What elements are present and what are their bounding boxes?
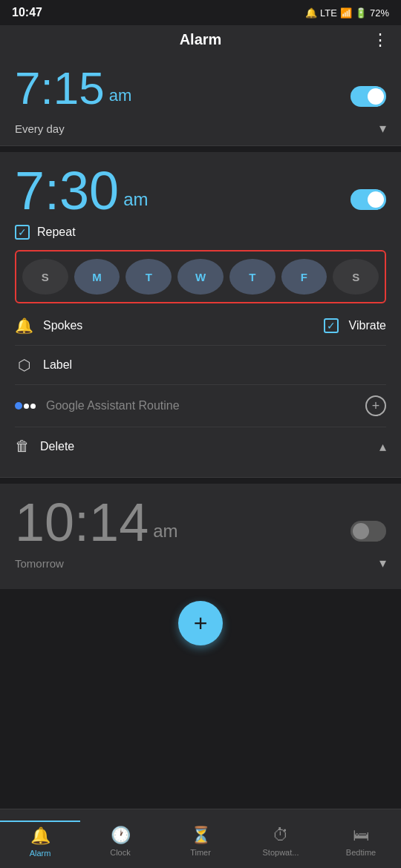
- nav-bedtime[interactable]: 🛏 Bedtime: [321, 821, 401, 857]
- label-row[interactable]: ⬡ Label: [15, 346, 386, 385]
- alarm-1-chevron[interactable]: ▾: [379, 120, 386, 137]
- alarm-1-time[interactable]: 7:15 am: [15, 62, 131, 114]
- alarm-card-3: 10:14 am Tomorrow ▾: [0, 484, 401, 589]
- alarm-2-time-value: 7:30: [15, 164, 119, 217]
- stopwatch-nav-icon: ⏱: [273, 826, 289, 845]
- alarm-1-repeat-label: Every day: [15, 122, 65, 135]
- day-tuesday[interactable]: T: [125, 259, 172, 295]
- sound-label[interactable]: Spokes: [43, 319, 82, 332]
- add-assistant-button[interactable]: +: [365, 395, 386, 416]
- day-thursday[interactable]: T: [229, 259, 276, 295]
- bedtime-nav-icon: 🛏: [353, 826, 369, 845]
- overflow-menu-button[interactable]: ⋮: [372, 30, 389, 50]
- sound-vibrate-row: 🔔 Spokes ✓ Vibrate: [15, 306, 386, 346]
- fab-container: +: [0, 589, 401, 657]
- alarm-3-chevron[interactable]: ▾: [379, 555, 386, 571]
- vibrate-section: ✓ Vibrate: [324, 318, 386, 333]
- delete-label: Delete: [40, 440, 74, 453]
- alarm-2-toggle[interactable]: [351, 189, 386, 210]
- lte-icon: LTE: [320, 7, 337, 19]
- battery-icon: 🔋: [355, 7, 367, 19]
- top-bar: Alarm ⋮: [0, 25, 401, 54]
- battery-percent: 72%: [370, 7, 389, 19]
- alarm-1-time-value: 7:15: [15, 62, 105, 114]
- signal-icon: 📶: [340, 7, 352, 19]
- alarm-3-toggle[interactable]: [351, 521, 386, 542]
- alarm-card-1: 7:15 am Every day ▾: [0, 54, 401, 145]
- alarm-1-header: 7:15 am: [15, 62, 386, 114]
- stopwatch-nav-label: Stopwat...: [263, 848, 299, 857]
- bedtime-nav-label: Bedtime: [346, 848, 376, 857]
- timer-nav-label: Timer: [190, 848, 211, 857]
- page-title: Alarm: [180, 31, 222, 48]
- bell-icon: 🔔: [15, 317, 33, 335]
- alarm-nav-icon: 🔔: [30, 826, 50, 846]
- days-selector: S M T W T F S: [15, 250, 386, 303]
- google-assistant-icon: [15, 402, 36, 410]
- assistant-row[interactable]: Google Assistant Routine +: [15, 385, 386, 427]
- day-friday[interactable]: F: [281, 259, 327, 295]
- bottom-nav: 🔔 Alarm 🕐 Clock ⏳ Timer ⏱ Stopwat... 🛏 B…: [0, 809, 401, 868]
- status-time: 10:47: [12, 6, 42, 19]
- alarm-2-repeat-row[interactable]: ✓ Repeat: [15, 217, 386, 247]
- repeat-checkbox[interactable]: ✓: [15, 225, 30, 240]
- divider-1: [0, 145, 401, 146]
- alarm-3-time-value: 10:14: [15, 496, 149, 549]
- collapse-chevron[interactable]: ▴: [379, 438, 386, 455]
- status-icons: 🔔 LTE 📶 🔋 72%: [305, 7, 389, 19]
- alarm-2-time[interactable]: 7:30 am: [15, 164, 148, 217]
- alarm-card-2: 7:30 am ✓ Repeat S M T W T F S 🔔 Spokes …: [0, 152, 401, 477]
- nav-timer[interactable]: ⏳ Timer: [160, 821, 241, 857]
- day-monday[interactable]: M: [74, 259, 120, 295]
- repeat-label: Repeat: [37, 226, 76, 239]
- label-icon: ⬡: [15, 356, 33, 374]
- alarm-3-sublabel: Tomorrow: [15, 557, 64, 570]
- alarm-2-ampm: am: [123, 191, 148, 208]
- day-wednesday[interactable]: W: [177, 259, 224, 295]
- day-sunday[interactable]: S: [22, 259, 68, 295]
- clock-nav-label: Clock: [110, 848, 131, 857]
- alarm-3-ampm: am: [153, 522, 177, 540]
- nav-clock[interactable]: 🕐 Clock: [80, 821, 160, 857]
- alarm-3-header: 10:14 am: [15, 496, 386, 549]
- alarm-3-time[interactable]: 10:14 am: [15, 496, 178, 549]
- alarm-2-header: 7:30 am: [15, 164, 386, 217]
- vibrate-checkbox[interactable]: ✓: [324, 318, 339, 333]
- label-text: Label: [43, 358, 72, 372]
- timer-nav-icon: ⏳: [191, 826, 211, 845]
- status-bar: 10:47 🔔 LTE 📶 🔋 72%: [0, 0, 401, 25]
- day-saturday[interactable]: S: [333, 259, 379, 295]
- nav-alarm[interactable]: 🔔 Alarm: [0, 821, 80, 858]
- alarm-1-toggle[interactable]: [351, 86, 386, 107]
- main-content: 7:15 am Every day ▾ 7:30 am ✓ Repeat S M: [0, 54, 401, 833]
- alarm-1-repeat-row[interactable]: Every day ▾: [15, 114, 386, 142]
- divider-2: [0, 477, 401, 478]
- add-alarm-button[interactable]: +: [178, 601, 223, 645]
- vibrate-label: Vibrate: [349, 319, 386, 332]
- alarm-3-sub[interactable]: Tomorrow ▾: [15, 549, 386, 577]
- delete-icon: 🗑: [15, 438, 30, 455]
- alarm-nav-label: Alarm: [30, 849, 51, 858]
- delete-row[interactable]: 🗑 Delete ▴: [15, 427, 386, 465]
- nav-stopwatch[interactable]: ⏱ Stopwat...: [241, 821, 321, 857]
- clock-nav-icon: 🕐: [111, 826, 131, 845]
- alarm-1-ampm: am: [109, 86, 132, 105]
- assistant-label: Google Assistant Routine: [46, 399, 180, 412]
- alarm-status-icon: 🔔: [305, 7, 317, 19]
